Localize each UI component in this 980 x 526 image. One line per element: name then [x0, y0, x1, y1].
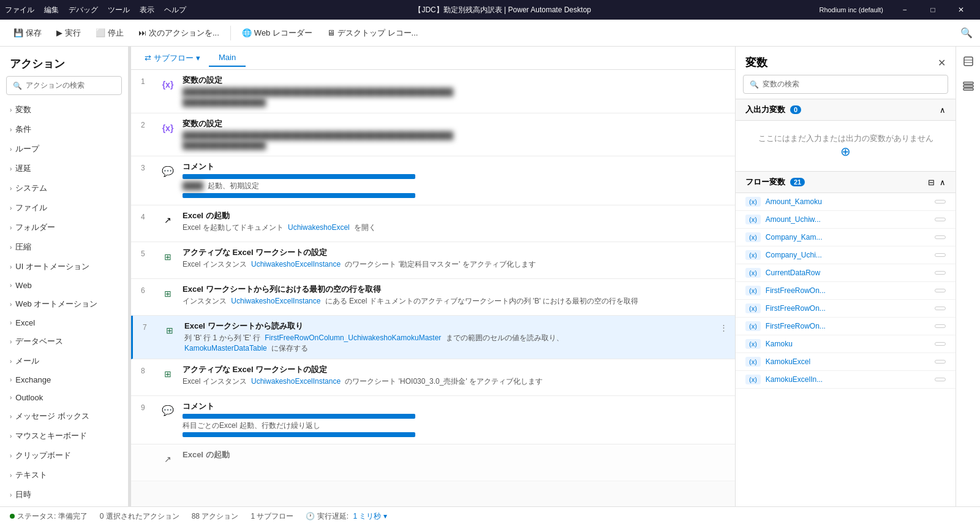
flow-item-7[interactable]: 7 ⊞ Excel ワークシートから読み取り 列 'B' 行 1 から列 'E'… — [131, 316, 735, 359]
var-action-btn-7[interactable] — [935, 307, 946, 310]
flow-item-10[interactable]: ↗ Excel の起動 — [131, 444, 735, 481]
flow-tabs: ⇄ サブフロー ▾ Main — [131, 47, 735, 70]
var-action-btn-2[interactable] — [935, 218, 946, 221]
stop-button[interactable]: ⬜ 停止 — [89, 25, 130, 41]
category-excel[interactable]: ›Excel — [0, 314, 128, 332]
flow-item-3[interactable]: 3 💬 コメント ████ 起動、初期設定 — [131, 156, 735, 205]
save-button[interactable]: 💾 保存 — [7, 25, 48, 41]
category-system[interactable]: ›システム — [0, 178, 128, 198]
category-ui-automation[interactable]: ›UI オートメーション — [0, 257, 128, 276]
flow-filter-button[interactable]: ⊟ — [928, 178, 935, 187]
var-item-8[interactable]: (x) FirstFreeRowOn... — [736, 318, 956, 335]
close-button[interactable]: ✕ — [947, 0, 975, 20]
category-web-automation[interactable]: ›Web オートメーション — [0, 294, 128, 314]
category-mouse-keyboard[interactable]: ›マウスとキーボード — [0, 426, 128, 446]
web-recorder-button[interactable]: 🌐 Web レコーダー — [236, 25, 318, 41]
menu-file[interactable]: ファイル — [5, 5, 34, 15]
category-message-box[interactable]: ›メッセージ ボックス — [0, 406, 128, 426]
title-bar-right: Rhodium inc (default) − □ ✕ — [819, 0, 975, 20]
run-button[interactable]: ▶ 実行 — [50, 25, 87, 41]
close-variables-button[interactable]: ✕ — [938, 57, 946, 69]
var-item-6[interactable]: (x) FirstFreeRowOn... — [736, 282, 956, 300]
toolbar-search-button[interactable]: 🔍 — [960, 27, 973, 39]
category-condition[interactable]: ›条件 — [0, 120, 128, 139]
flow-collapse-button[interactable]: ∧ — [940, 178, 946, 187]
var-action-btn-4[interactable] — [935, 253, 946, 257]
category-delay[interactable]: ›遅延 — [0, 159, 128, 178]
subflow-button[interactable]: ⇄ サブフロー ▾ — [138, 50, 206, 66]
var-item-1[interactable]: (x) Amount_Kamoku — [736, 193, 956, 211]
item-content-7: Excel ワークシートから読み取り 列 'B' 行 1 から列 'E' 行 F… — [184, 321, 725, 354]
var-item-5[interactable]: (x) CurrentDataRow — [736, 264, 956, 282]
category-mail[interactable]: ›メール — [0, 351, 128, 371]
var-item-2[interactable]: (x) Amount_Uchiw... — [736, 211, 956, 229]
variables-search[interactable]: 🔍 変数の検索 — [743, 75, 948, 94]
category-pdf[interactable]: ›PDF — [0, 505, 128, 506]
flow-item-8[interactable]: 8 ⊞ アクティブな Excel ワークシートの設定 Excel インスタンス … — [131, 359, 735, 396]
flow-item-4[interactable]: 4 ↗ Excel の起動 Excel を起動してドキュメント Uchiwake… — [131, 205, 735, 242]
item-number-6: 6 — [141, 284, 159, 295]
category-web[interactable]: ›Web — [0, 276, 128, 294]
flow-item-9[interactable]: 9 💬 コメント 科目ごとのExcel 起動、行数だけ繰り返し — [131, 396, 735, 445]
category-text[interactable]: ›テキスト — [0, 465, 128, 485]
next-action-button[interactable]: ⏭ 次のアクションを... — [132, 25, 225, 41]
minimize-button[interactable]: − — [891, 0, 919, 20]
flow-item-1[interactable]: 1 {x} 変数の設定 ████████████████████████████… — [131, 70, 735, 113]
category-database[interactable]: ›データベース — [0, 332, 128, 351]
menu-view[interactable]: 表示 — [140, 5, 154, 15]
category-outlook[interactable]: ›Outlook — [0, 389, 128, 406]
desc-text-8: Excel インスタンス — [183, 377, 247, 386]
category-exchange[interactable]: ›Exchange — [0, 371, 128, 389]
maximize-button[interactable]: □ — [919, 0, 947, 20]
io-collapse-button[interactable]: ∧ — [940, 105, 946, 115]
menu-edit[interactable]: 編集 — [44, 5, 59, 15]
var-action-btn-11[interactable] — [935, 378, 946, 381]
flow-section-controls: ⊟ ∧ — [928, 178, 946, 187]
flow-item-6[interactable]: 6 ⊞ Excel ワークシートから列における最初の空の行を取得 インスタンス … — [131, 279, 735, 316]
category-variable[interactable]: ›変数 — [0, 100, 128, 120]
var-action-btn-1[interactable] — [935, 200, 946, 204]
category-compress[interactable]: ›圧縮 — [0, 237, 128, 257]
menu-tools[interactable]: ツール — [108, 5, 130, 15]
flow-item-5[interactable]: 5 ⊞ アクティブな Excel ワークシートの設定 Excel インスタンス … — [131, 242, 735, 279]
delay-chevron[interactable]: ▾ — [383, 512, 387, 520]
category-file[interactable]: ›ファイル — [0, 198, 128, 218]
actions-search[interactable]: 🔍 アクションの検索 — [6, 76, 122, 95]
io-add-button[interactable]: ⊕ — [748, 144, 943, 159]
var-action-btn-5[interactable] — [935, 271, 946, 275]
menu-debug[interactable]: デバッグ — [69, 5, 98, 15]
svg-rect-0 — [964, 57, 973, 66]
item-content-5: アクティブな Excel ワークシートの設定 Excel インスタンス Uchi… — [183, 247, 725, 270]
window-controls[interactable]: − □ ✕ — [891, 0, 975, 20]
var-item-11[interactable]: (x) KamokuExcelIn... — [736, 371, 956, 389]
item-content-3: コメント ████ 起動、初期設定 — [183, 161, 725, 200]
var-action-btn-8[interactable] — [935, 324, 946, 328]
menu-bar[interactable]: ファイル 編集 デバッグ ツール 表示 ヘルプ — [5, 5, 186, 15]
menu-help[interactable]: ヘルプ — [164, 5, 186, 15]
tab-main[interactable]: Main — [209, 49, 246, 67]
item-menu-7[interactable]: ⋮ — [720, 323, 728, 332]
desktop-recorder-button[interactable]: 🖥 デスクトップ レコー... — [321, 25, 424, 41]
right-icon-settings[interactable] — [959, 76, 978, 96]
blue-bar-3b — [183, 193, 415, 198]
var-item-4[interactable]: (x) Company_Uchi... — [736, 246, 956, 264]
subflow-label: サブフロー — [154, 53, 194, 64]
var-action-btn-3[interactable] — [935, 235, 946, 239]
item-desc-2: ████████████████████████████████████████… — [183, 131, 725, 141]
var-item-9[interactable]: (x) Kamoku — [736, 335, 956, 353]
var-item-10[interactable]: (x) KamokuExcel — [736, 353, 956, 371]
category-folder[interactable]: ›フォルダー — [0, 218, 128, 237]
desc-text-4b: を開く — [354, 223, 376, 232]
category-datetime[interactable]: ›日時 — [0, 485, 128, 505]
category-loop[interactable]: ›ループ — [0, 139, 128, 159]
delay-value[interactable]: 1 ミリ秒 — [353, 512, 381, 520]
var-item-7[interactable]: (x) FirstFreeRowOn... — [736, 300, 956, 318]
right-icon-variables[interactable] — [959, 51, 978, 71]
item-content-8: アクティブな Excel ワークシートの設定 Excel インスタンス Uchi… — [183, 364, 725, 387]
var-action-btn-6[interactable] — [935, 289, 946, 292]
var-action-btn-10[interactable] — [935, 360, 946, 364]
category-clipboard[interactable]: ›クリップボード — [0, 446, 128, 465]
var-item-3[interactable]: (x) Company_Kam... — [736, 229, 956, 246]
flow-item-2[interactable]: 2 {x} 変数の設定 ████████████████████████████… — [131, 113, 735, 157]
var-action-btn-9[interactable] — [935, 342, 946, 346]
